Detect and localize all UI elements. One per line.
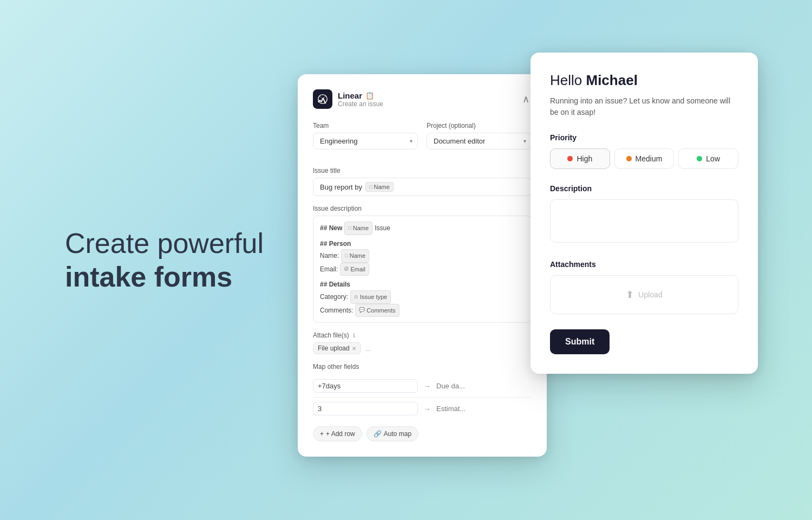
desc-line-1: ## New □ Name Issue [320,222,525,235]
project-select-wrapper[interactable]: Document editor ▾ [427,133,532,150]
team-label: Team [313,122,418,129]
new-name-chip[interactable]: □ Name [344,222,372,235]
team-group: Team Engineering ▾ [313,122,418,150]
map-row-1: +7days → Due da... [313,375,532,398]
map-target-1: Due da... [436,382,532,390]
project-label: Project (optional) [427,122,532,129]
doc-icon: 📋 [365,91,374,99]
intake-subtitle: Running into an issue? Let us know and s… [550,95,738,118]
medium-dot-icon [626,156,632,161]
desc-line-7: Comments: 💬 Comments [320,303,525,317]
priority-medium-option[interactable]: Medium [614,148,675,169]
attach-row: File upload ✕ ... [313,342,532,354]
greeting-name: Michael [586,72,637,88]
desc-line-5: ## Details [320,279,525,290]
team-select[interactable]: Engineering [313,133,418,150]
cards-area: Linear 📋 Create an issue ∧ Team Engineer… [298,63,758,457]
auto-map-label: Auto map [384,430,411,438]
comments-chip[interactable]: 💬 Comments [355,303,399,317]
file-remove-icon[interactable]: ✕ [352,346,356,352]
desc-line-3: Name: □ Name [320,249,525,263]
description-box[interactable]: ## New □ Name Issue ## Person Name: □ Na… [313,216,532,323]
attach-label: Attach file(s) ℹ [313,332,532,339]
description-label: Description [550,184,738,193]
upload-zone[interactable]: ⬆ Upload [550,275,738,314]
collapse-button[interactable]: ∧ [520,91,532,107]
hero-line2: intake forms [65,261,232,292]
person-name-chip[interactable]: □ Name [341,249,369,263]
issue-title-prefix: Bug report by [320,183,362,191]
submit-label: Submit [565,337,594,346]
intake-card: Hello Michael Running into an issue? Let… [531,53,758,374]
linear-title: Linear [338,90,362,100]
priority-low-option[interactable]: Low [678,148,738,169]
submit-button[interactable]: Submit [550,329,610,354]
add-row-label: + Add row [326,430,355,438]
issue-desc-group: Issue description ## New □ Name Issue ##… [313,205,532,323]
email-chip[interactable]: @ Email [340,263,369,276]
map-target-2: Estimat... [436,405,532,413]
project-group: Project (optional) Document editor ▾ [427,122,532,150]
attach-more: ... [365,344,371,353]
team-project-row: Team Engineering ▾ Project (optional) Do… [313,122,532,158]
intake-greeting: Hello Michael [550,72,738,89]
map-row-2: 3 → Estimat... [313,398,532,420]
map-section-label: Map other fields [313,363,532,370]
map-value-2[interactable]: 3 [313,402,418,415]
priority-high-option[interactable]: High [550,148,610,169]
header-left: Linear 📋 Create an issue [313,89,383,109]
upload-icon: ⬆ [626,289,634,301]
low-dot-icon [697,156,702,161]
file-upload-chip[interactable]: File upload ✕ [313,342,361,354]
linear-logo [313,89,332,109]
project-select[interactable]: Document editor [427,133,532,150]
desc-line-6: Category: ⊙ Issue type [320,290,525,304]
linear-title-group: Linear 📋 Create an issue [338,90,383,107]
issue-title-field[interactable]: Bug report by □ Name [313,178,532,196]
issue-title-group: Issue title Bug report by □ Name [313,167,532,196]
priority-medium-label: Medium [636,154,663,163]
name-tag-chip[interactable]: □ Name [365,182,394,192]
linear-card: Linear 📋 Create an issue ∧ Team Engineer… [298,74,547,457]
map-arrow-2-icon: → [423,405,431,413]
attach-info-icon: ℹ [353,332,355,339]
priority-low-label: Low [706,154,720,163]
upload-label: Upload [638,290,662,299]
auto-map-icon: 🔗 [374,430,382,438]
greeting-prefix: Hello [550,72,586,88]
map-arrow-1-icon: → [423,382,431,391]
priority-row: High Medium Low [550,148,738,169]
issue-title-label: Issue title [313,167,532,174]
attachments-label: Attachments [550,260,738,269]
high-dot-icon [567,156,573,161]
name-chip-icon: □ [369,184,372,190]
add-row-plus-icon: + [320,430,324,438]
attach-group: Attach file(s) ℹ File upload ✕ ... [313,332,532,354]
map-value-1[interactable]: +7days [313,379,418,393]
hero-section: Create powerful intake forms [65,226,264,294]
priority-label: Priority [550,133,738,142]
team-select-wrapper[interactable]: Engineering ▾ [313,133,418,150]
linear-subtitle: Create an issue [338,100,383,107]
auto-map-button[interactable]: 🔗 Auto map [366,426,418,441]
issue-type-chip[interactable]: ⊙ Issue type [350,290,391,304]
issue-desc-label: Issue description [313,205,532,212]
add-row-button[interactable]: + + Add row [313,426,362,441]
description-textarea[interactable] [550,199,738,243]
priority-high-label: High [577,154,592,163]
desc-line-2: ## Person [320,238,525,249]
hero-line1: Create powerful [65,227,264,259]
file-chip-label: File upload [318,344,350,352]
linear-card-header: Linear 📋 Create an issue ∧ [313,89,532,109]
map-section: Map other fields +7days → Due da... 3 → … [313,363,532,420]
card-footer: + + Add row 🔗 Auto map [313,426,532,441]
desc-line-4: Email: @ Email [320,263,525,276]
name-chip-label: Name [374,184,389,190]
